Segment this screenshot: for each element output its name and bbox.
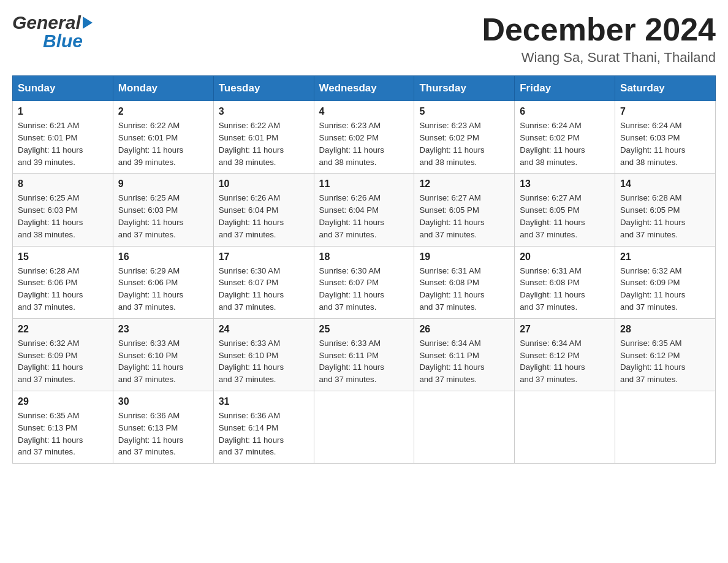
logo-general-text: General xyxy=(12,12,81,33)
calendar-cell: 15Sunrise: 6:28 AMSunset: 6:06 PMDayligh… xyxy=(13,246,113,318)
title-block: December 2024 Wiang Sa, Surat Thani, Tha… xyxy=(482,12,716,66)
day-info: Sunrise: 6:28 AMSunset: 6:05 PMDaylight:… xyxy=(620,192,710,240)
day-info: Sunrise: 6:30 AMSunset: 6:07 PMDaylight:… xyxy=(319,265,409,313)
day-number: 15 xyxy=(18,251,108,262)
day-number: 17 xyxy=(219,251,309,262)
calendar-cell: 30Sunrise: 6:36 AMSunset: 6:13 PMDayligh… xyxy=(113,391,213,463)
day-number: 30 xyxy=(118,396,208,407)
day-number: 18 xyxy=(319,251,409,262)
day-number: 4 xyxy=(319,106,409,117)
calendar-cell: 18Sunrise: 6:30 AMSunset: 6:07 PMDayligh… xyxy=(314,246,414,318)
day-number: 1 xyxy=(18,106,108,117)
day-number: 27 xyxy=(520,324,610,335)
day-info: Sunrise: 6:33 AMSunset: 6:10 PMDaylight:… xyxy=(219,337,309,386)
calendar-cell xyxy=(615,391,716,463)
week-row-1: 1Sunrise: 6:21 AMSunset: 6:01 PMDaylight… xyxy=(13,101,716,174)
calendar-cell xyxy=(414,391,515,463)
day-info: Sunrise: 6:34 AMSunset: 6:11 PMDaylight:… xyxy=(419,337,509,386)
calendar-cell: 21Sunrise: 6:32 AMSunset: 6:09 PMDayligh… xyxy=(615,246,716,318)
day-info: Sunrise: 6:24 AMSunset: 6:02 PMDaylight:… xyxy=(520,120,610,168)
calendar-cell: 28Sunrise: 6:35 AMSunset: 6:12 PMDayligh… xyxy=(615,318,716,391)
day-number: 5 xyxy=(419,106,509,117)
header-wednesday: Wednesday xyxy=(314,76,414,101)
day-info: Sunrise: 6:29 AMSunset: 6:06 PMDaylight:… xyxy=(118,265,208,313)
day-info: Sunrise: 6:22 AMSunset: 6:01 PMDaylight:… xyxy=(118,120,208,168)
page-header: General Blue December 2024 Wiang Sa, Sur… xyxy=(12,12,716,66)
header-tuesday: Tuesday xyxy=(213,76,314,101)
week-row-5: 29Sunrise: 6:35 AMSunset: 6:13 PMDayligh… xyxy=(13,391,716,463)
calendar-cell: 5Sunrise: 6:23 AMSunset: 6:02 PMDaylight… xyxy=(414,101,515,174)
day-info: Sunrise: 6:21 AMSunset: 6:01 PMDaylight:… xyxy=(18,120,108,168)
day-number: 7 xyxy=(620,106,710,117)
day-info: Sunrise: 6:23 AMSunset: 6:02 PMDaylight:… xyxy=(419,120,509,168)
day-info: Sunrise: 6:32 AMSunset: 6:09 PMDaylight:… xyxy=(18,337,108,386)
logo-blue-text: Blue xyxy=(43,31,83,52)
calendar-cell xyxy=(314,391,414,463)
day-number: 26 xyxy=(419,324,509,335)
calendar-cell: 13Sunrise: 6:27 AMSunset: 6:05 PMDayligh… xyxy=(515,174,615,246)
calendar-cell: 12Sunrise: 6:27 AMSunset: 6:05 PMDayligh… xyxy=(414,174,515,246)
day-info: Sunrise: 6:25 AMSunset: 6:03 PMDaylight:… xyxy=(118,192,208,240)
day-number: 10 xyxy=(219,178,309,190)
header-friday: Friday xyxy=(515,76,615,101)
day-number: 16 xyxy=(118,251,208,262)
calendar-cell: 6Sunrise: 6:24 AMSunset: 6:02 PMDaylight… xyxy=(515,101,615,174)
calendar-cell: 26Sunrise: 6:34 AMSunset: 6:11 PMDayligh… xyxy=(414,318,515,391)
day-number: 31 xyxy=(219,396,309,407)
day-info: Sunrise: 6:25 AMSunset: 6:03 PMDaylight:… xyxy=(18,192,108,240)
day-info: Sunrise: 6:26 AMSunset: 6:04 PMDaylight:… xyxy=(319,192,409,240)
day-info: Sunrise: 6:36 AMSunset: 6:14 PMDaylight:… xyxy=(219,410,309,458)
calendar-cell: 31Sunrise: 6:36 AMSunset: 6:14 PMDayligh… xyxy=(213,391,314,463)
day-info: Sunrise: 6:28 AMSunset: 6:06 PMDaylight:… xyxy=(18,265,108,313)
calendar-cell: 23Sunrise: 6:33 AMSunset: 6:10 PMDayligh… xyxy=(113,318,213,391)
day-info: Sunrise: 6:32 AMSunset: 6:09 PMDaylight:… xyxy=(620,265,710,313)
header-saturday: Saturday xyxy=(615,76,716,101)
logo: General Blue xyxy=(12,12,94,52)
day-number: 14 xyxy=(620,178,710,190)
calendar-cell: 27Sunrise: 6:34 AMSunset: 6:12 PMDayligh… xyxy=(515,318,615,391)
day-number: 20 xyxy=(520,251,610,262)
calendar-cell: 3Sunrise: 6:22 AMSunset: 6:01 PMDaylight… xyxy=(213,101,314,174)
calendar-cell: 9Sunrise: 6:25 AMSunset: 6:03 PMDaylight… xyxy=(113,174,213,246)
day-info: Sunrise: 6:27 AMSunset: 6:05 PMDaylight:… xyxy=(419,192,509,240)
day-number: 3 xyxy=(219,106,309,117)
day-info: Sunrise: 6:24 AMSunset: 6:03 PMDaylight:… xyxy=(620,120,710,168)
day-number: 2 xyxy=(118,106,208,117)
calendar-cell: 11Sunrise: 6:26 AMSunset: 6:04 PMDayligh… xyxy=(314,174,414,246)
week-row-2: 8Sunrise: 6:25 AMSunset: 6:03 PMDaylight… xyxy=(13,174,716,246)
header-sunday: Sunday xyxy=(13,76,113,101)
day-number: 28 xyxy=(620,324,710,335)
day-info: Sunrise: 6:33 AMSunset: 6:10 PMDaylight:… xyxy=(118,337,208,386)
day-info: Sunrise: 6:35 AMSunset: 6:13 PMDaylight:… xyxy=(18,410,108,458)
calendar-cell: 8Sunrise: 6:25 AMSunset: 6:03 PMDaylight… xyxy=(13,174,113,246)
day-info: Sunrise: 6:30 AMSunset: 6:07 PMDaylight:… xyxy=(219,265,309,313)
day-info: Sunrise: 6:26 AMSunset: 6:04 PMDaylight:… xyxy=(219,192,309,240)
day-number: 13 xyxy=(520,178,610,190)
calendar-cell: 16Sunrise: 6:29 AMSunset: 6:06 PMDayligh… xyxy=(113,246,213,318)
calendar-cell: 7Sunrise: 6:24 AMSunset: 6:03 PMDaylight… xyxy=(615,101,716,174)
calendar-cell: 14Sunrise: 6:28 AMSunset: 6:05 PMDayligh… xyxy=(615,174,716,246)
calendar-cell: 20Sunrise: 6:31 AMSunset: 6:08 PMDayligh… xyxy=(515,246,615,318)
calendar-cell: 2Sunrise: 6:22 AMSunset: 6:01 PMDaylight… xyxy=(113,101,213,174)
day-number: 9 xyxy=(118,178,208,190)
calendar-cell: 17Sunrise: 6:30 AMSunset: 6:07 PMDayligh… xyxy=(213,246,314,318)
calendar-title: December 2024 xyxy=(482,12,716,47)
day-number: 6 xyxy=(520,106,610,117)
logo-triangle-icon xyxy=(83,17,93,29)
calendar-location: Wiang Sa, Surat Thani, Thailand xyxy=(482,50,716,66)
week-row-3: 15Sunrise: 6:28 AMSunset: 6:06 PMDayligh… xyxy=(13,246,716,318)
day-info: Sunrise: 6:31 AMSunset: 6:08 PMDaylight:… xyxy=(520,265,610,313)
day-number: 22 xyxy=(18,324,108,335)
calendar-cell: 22Sunrise: 6:32 AMSunset: 6:09 PMDayligh… xyxy=(13,318,113,391)
day-number: 21 xyxy=(620,251,710,262)
day-info: Sunrise: 6:27 AMSunset: 6:05 PMDaylight:… xyxy=(520,192,610,240)
day-info: Sunrise: 6:36 AMSunset: 6:13 PMDaylight:… xyxy=(118,410,208,458)
day-number: 29 xyxy=(18,396,108,407)
calendar-cell: 25Sunrise: 6:33 AMSunset: 6:11 PMDayligh… xyxy=(314,318,414,391)
header-thursday: Thursday xyxy=(414,76,515,101)
day-info: Sunrise: 6:35 AMSunset: 6:12 PMDaylight:… xyxy=(620,337,710,386)
day-info: Sunrise: 6:22 AMSunset: 6:01 PMDaylight:… xyxy=(219,120,309,168)
day-number: 12 xyxy=(419,178,509,190)
week-row-4: 22Sunrise: 6:32 AMSunset: 6:09 PMDayligh… xyxy=(13,318,716,391)
calendar-cell: 29Sunrise: 6:35 AMSunset: 6:13 PMDayligh… xyxy=(13,391,113,463)
